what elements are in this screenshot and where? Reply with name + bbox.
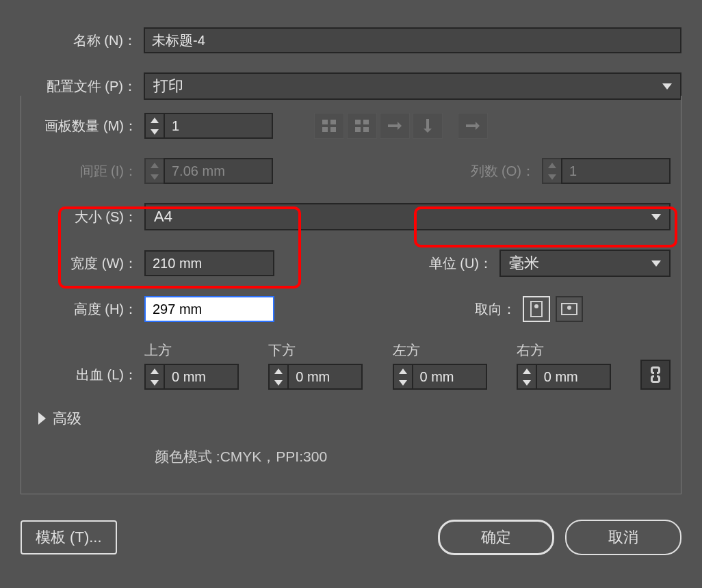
expand-icon[interactable] [38, 412, 46, 425]
bleed-left-spinner[interactable] [393, 364, 503, 390]
highlight-width-height [58, 206, 301, 289]
ok-button[interactable]: 确定 [438, 520, 554, 555]
height-input[interactable] [144, 296, 274, 322]
chevron-down-icon [662, 83, 672, 90]
orientation-label: 取向： [461, 300, 523, 319]
height-label: 高度 (H)： [31, 300, 144, 319]
bleed-label: 出血 (L)： [31, 366, 144, 390]
orientation-landscape[interactable] [556, 296, 583, 322]
bleed-top-input[interactable] [164, 364, 239, 390]
artboards-label: 画板数量 (M)： [31, 117, 144, 135]
bleed-bottom-spinner[interactable] [268, 364, 378, 390]
artboards-input[interactable] [164, 113, 273, 139]
columns-label: 列数 (O)： [460, 162, 542, 181]
columns-input [561, 158, 671, 184]
unit-select[interactable]: 毫米 [499, 250, 671, 277]
grid-by-row-icon[interactable] [314, 113, 344, 139]
spacing-input [164, 158, 273, 184]
name-label: 名称 (N)： [21, 31, 144, 50]
profile-label: 配置文件 (P)： [21, 77, 144, 96]
columns-spinner [542, 158, 671, 184]
orientation-portrait[interactable] [523, 296, 550, 322]
color-mode-text: 颜色模式 :CMYK，PPI:300 [155, 447, 327, 466]
arrange-down-icon[interactable] [413, 113, 443, 139]
grid-by-col-icon[interactable] [347, 113, 377, 139]
bleed-right-input[interactable] [536, 364, 611, 390]
arrange-right-icon[interactable] [380, 113, 410, 139]
spacing-spinner [144, 158, 273, 184]
bleed-top-spinner[interactable] [144, 364, 255, 390]
profile-value: 打印 [153, 76, 183, 96]
bleed-left-label: 左方 [393, 341, 503, 360]
link-bleed-button[interactable] [640, 360, 671, 390]
unit-label: 单位 (U)： [424, 254, 499, 273]
arrange-rtl-icon[interactable] [458, 113, 488, 139]
bleed-right-spinner[interactable] [517, 364, 627, 390]
unit-value: 毫米 [509, 253, 539, 273]
bleed-bottom-label: 下方 [268, 341, 378, 360]
artboards-spinner[interactable] [144, 113, 273, 139]
template-button[interactable]: 模板 (T)... [21, 520, 117, 554]
bleed-top-label: 上方 [144, 341, 255, 360]
name-input[interactable] [144, 27, 681, 53]
bleed-right-label: 右方 [517, 341, 627, 360]
advanced-label[interactable]: 高级 [53, 409, 81, 428]
spacing-label: 间距 (I)： [31, 162, 144, 181]
bleed-bottom-input[interactable] [287, 364, 363, 390]
highlight-unit [414, 206, 677, 248]
link-icon [651, 366, 660, 383]
bleed-left-input[interactable] [412, 364, 487, 390]
cancel-button[interactable]: 取消 [565, 520, 681, 555]
chevron-down-icon [651, 260, 661, 267]
